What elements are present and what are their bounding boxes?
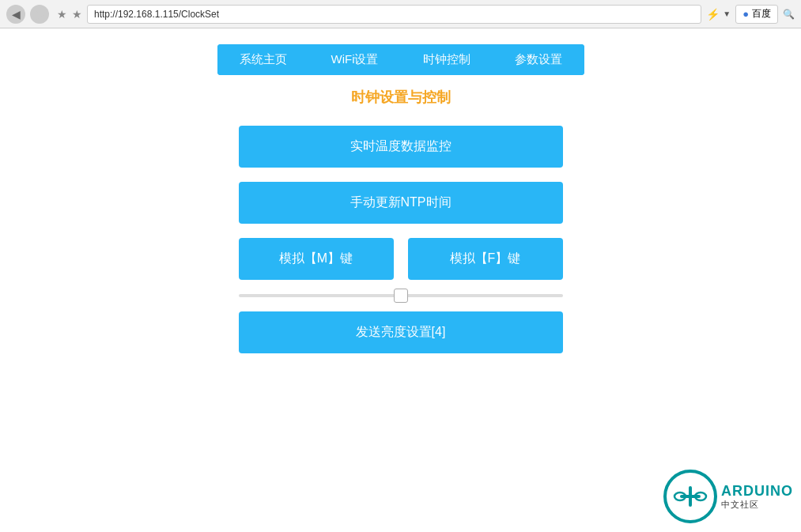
arduino-logo: ARDUINO 中文社区 (663, 469, 793, 524)
nav-clock[interactable]: 时钟控制 (401, 44, 493, 75)
forward-button[interactable]: ▶ (30, 5, 49, 24)
nav-wifi[interactable]: WiFi设置 (309, 44, 401, 75)
f-key-button[interactable]: 模拟【F】键 (408, 238, 563, 280)
page-content: 系统主页 WiFi设置 时钟控制 参数设置 时钟设置与控制 实时温度数据监控 手… (0, 28, 801, 383)
back-button[interactable]: ◀ (6, 5, 25, 24)
favicon-icon: ★ (72, 8, 82, 21)
url-bar[interactable] (87, 5, 701, 24)
search-icon[interactable]: 🔍 (783, 9, 795, 20)
browser-chrome: ◀ ▶ ★ ★ ⚡ ▼ ● 百度 🔍 (0, 0, 801, 28)
page-title: 时钟设置与控制 (351, 88, 451, 107)
m-key-button[interactable]: 模拟【M】键 (239, 238, 394, 280)
dropdown-icon[interactable]: ▼ (723, 9, 731, 18)
baidu-favicon: ● (742, 8, 749, 20)
baidu-label: 百度 (752, 7, 771, 21)
send-brightness-button[interactable]: 发送亮度设置[4] (239, 311, 563, 353)
arduino-sub: 中文社区 (721, 500, 793, 510)
brightness-slider[interactable] (239, 294, 563, 297)
realtime-temp-button[interactable]: 实时温度数据监控 (239, 126, 563, 168)
nav-params[interactable]: 参数设置 (493, 44, 584, 75)
lightning-icon[interactable]: ⚡ (706, 8, 720, 21)
arduino-text: ARDUINO 中文社区 (721, 483, 793, 511)
nav-bar: 系统主页 WiFi设置 时钟控制 参数设置 (217, 44, 584, 75)
baidu-search[interactable]: ● 百度 (735, 5, 778, 24)
star-icon[interactable]: ★ (57, 8, 67, 21)
brightness-slider-section (239, 294, 563, 297)
key-buttons-row: 模拟【M】键 模拟【F】键 (239, 238, 563, 280)
nav-home[interactable]: 系统主页 (217, 44, 309, 75)
ntp-update-button[interactable]: 手动更新NTP时间 (239, 182, 563, 224)
arduino-label: ARDUINO (721, 483, 793, 500)
arduino-logo-icon (663, 469, 718, 524)
